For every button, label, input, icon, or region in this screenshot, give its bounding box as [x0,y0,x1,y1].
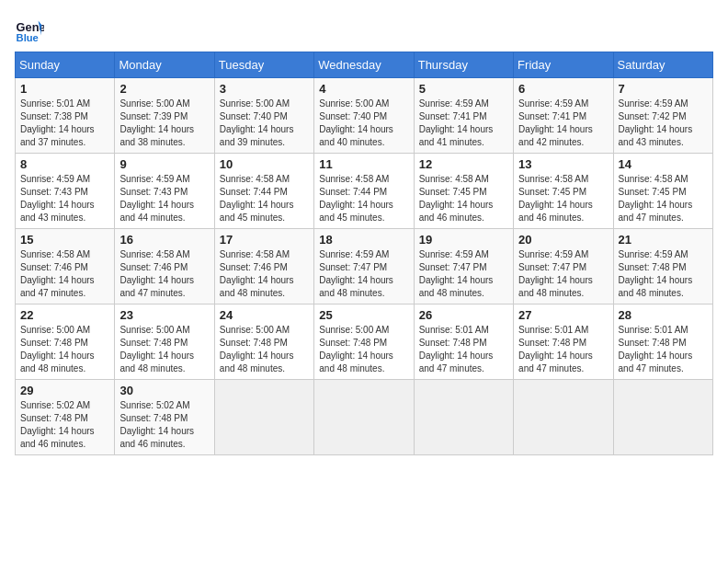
calendar-week-4: 29Sunrise: 5:02 AMSunset: 7:48 PMDayligh… [16,380,713,455]
day-header-monday: Monday [115,52,214,78]
day-info: Sunrise: 4:58 AMSunset: 7:46 PMDaylight:… [119,248,209,300]
calendar-cell: 21Sunrise: 4:59 AMSunset: 7:48 PMDayligh… [613,229,712,304]
calendar-cell: 18Sunrise: 4:59 AMSunset: 7:47 PMDayligh… [314,229,414,304]
day-info: Sunrise: 4:58 AMSunset: 7:44 PMDaylight:… [319,173,408,224]
day-number: 17 [220,233,309,247]
day-info: Sunrise: 5:00 AMSunset: 7:48 PMDaylight:… [20,324,109,375]
day-info: Sunrise: 4:58 AMSunset: 7:45 PMDaylight:… [518,173,608,224]
day-number: 11 [319,157,408,171]
calendar-cell: 25Sunrise: 5:00 AMSunset: 7:48 PMDayligh… [314,304,414,380]
day-number: 16 [119,233,209,247]
day-number: 21 [619,233,708,247]
day-number: 24 [220,308,309,322]
calendar-table: SundayMondayTuesdayWednesdayThursdayFrid… [15,52,713,455]
day-number: 30 [119,384,209,397]
calendar-header: General Blue [15,15,713,44]
calendar-cell: 20Sunrise: 4:59 AMSunset: 7:47 PMDayligh… [514,229,613,304]
calendar-cell: 16Sunrise: 4:58 AMSunset: 7:46 PMDayligh… [115,229,214,304]
day-info: Sunrise: 4:59 AMSunset: 7:43 PMDaylight:… [20,173,109,224]
calendar-cell [314,380,414,455]
day-header-thursday: Thursday [414,52,513,78]
calendar-week-0: 1Sunrise: 5:01 AMSunset: 7:38 PMDaylight… [16,78,713,154]
svg-text:Blue: Blue [17,32,39,43]
calendar-cell: 26Sunrise: 5:01 AMSunset: 7:48 PMDayligh… [414,304,513,380]
day-info: Sunrise: 4:59 AMSunset: 7:41 PMDaylight:… [518,98,608,149]
calendar-cell: 13Sunrise: 4:58 AMSunset: 7:45 PMDayligh… [514,154,613,229]
day-info: Sunrise: 4:58 AMSunset: 7:46 PMDaylight:… [20,248,109,300]
day-info: Sunrise: 5:02 AMSunset: 7:48 PMDaylight:… [20,399,109,451]
day-header-wednesday: Wednesday [314,52,414,78]
calendar-cell: 5Sunrise: 4:59 AMSunset: 7:41 PMDaylight… [414,78,513,154]
calendar-cell: 6Sunrise: 4:59 AMSunset: 7:41 PMDaylight… [514,78,613,154]
calendar-cell: 30Sunrise: 5:02 AMSunset: 7:48 PMDayligh… [115,380,214,455]
day-info: Sunrise: 4:59 AMSunset: 7:47 PMDaylight:… [319,248,408,300]
calendar-cell: 14Sunrise: 4:58 AMSunset: 7:45 PMDayligh… [613,154,712,229]
day-info: Sunrise: 5:00 AMSunset: 7:40 PMDaylight:… [319,98,408,149]
day-number: 2 [119,82,209,96]
day-number: 9 [119,157,209,171]
day-number: 15 [20,233,109,247]
calendar-cell: 28Sunrise: 5:01 AMSunset: 7:48 PMDayligh… [613,304,712,380]
day-info: Sunrise: 4:59 AMSunset: 7:42 PMDaylight:… [619,98,708,149]
calendar-cell: 19Sunrise: 4:59 AMSunset: 7:47 PMDayligh… [414,229,513,304]
day-info: Sunrise: 5:01 AMSunset: 7:48 PMDaylight:… [619,324,708,375]
day-number: 22 [20,308,109,322]
calendar-cell: 1Sunrise: 5:01 AMSunset: 7:38 PMDaylight… [16,78,115,154]
day-number: 10 [220,157,309,171]
calendar-cell: 9Sunrise: 4:59 AMSunset: 7:43 PMDaylight… [115,154,214,229]
calendar-cell: 3Sunrise: 5:00 AMSunset: 7:40 PMDaylight… [214,78,313,154]
calendar-cell: 4Sunrise: 5:00 AMSunset: 7:40 PMDaylight… [314,78,414,154]
day-info: Sunrise: 5:00 AMSunset: 7:48 PMDaylight:… [319,324,408,375]
day-number: 27 [518,308,608,322]
day-info: Sunrise: 4:59 AMSunset: 7:47 PMDaylight:… [518,248,608,300]
calendar-cell [214,380,313,455]
calendar-cell: 2Sunrise: 5:00 AMSunset: 7:39 PMDaylight… [115,78,214,154]
day-info: Sunrise: 5:00 AMSunset: 7:48 PMDaylight:… [220,324,309,375]
day-info: Sunrise: 4:58 AMSunset: 7:45 PMDaylight:… [619,173,708,224]
day-number: 1 [20,82,109,96]
calendar-week-3: 22Sunrise: 5:00 AMSunset: 7:48 PMDayligh… [16,304,713,380]
calendar-cell: 11Sunrise: 4:58 AMSunset: 7:44 PMDayligh… [314,154,414,229]
calendar-cell: 17Sunrise: 4:58 AMSunset: 7:46 PMDayligh… [214,229,313,304]
day-info: Sunrise: 5:01 AMSunset: 7:48 PMDaylight:… [518,324,608,375]
day-number: 4 [319,82,408,96]
day-number: 28 [619,308,708,322]
day-info: Sunrise: 4:59 AMSunset: 7:47 PMDaylight:… [419,248,508,300]
day-headers-row: SundayMondayTuesdayWednesdayThursdayFrid… [16,52,713,78]
day-number: 12 [419,157,508,171]
day-number: 20 [518,233,608,247]
logo: General Blue [15,15,44,44]
calendar-cell: 7Sunrise: 4:59 AMSunset: 7:42 PMDaylight… [613,78,712,154]
calendar-cell: 23Sunrise: 5:00 AMSunset: 7:48 PMDayligh… [115,304,214,380]
day-info: Sunrise: 5:01 AMSunset: 7:38 PMDaylight:… [20,98,109,149]
day-info: Sunrise: 5:00 AMSunset: 7:39 PMDaylight:… [119,98,209,149]
day-header-sunday: Sunday [16,52,115,78]
day-info: Sunrise: 5:02 AMSunset: 7:48 PMDaylight:… [119,399,209,451]
day-header-saturday: Saturday [613,52,712,78]
calendar-cell [414,380,513,455]
day-number: 13 [518,157,608,171]
day-number: 26 [419,308,508,322]
day-number: 19 [419,233,508,247]
day-header-tuesday: Tuesday [214,52,313,78]
calendar-cell: 10Sunrise: 4:58 AMSunset: 7:44 PMDayligh… [214,154,313,229]
day-info: Sunrise: 4:58 AMSunset: 7:44 PMDaylight:… [220,173,309,224]
day-number: 3 [220,82,309,96]
day-info: Sunrise: 5:00 AMSunset: 7:40 PMDaylight:… [220,98,309,149]
calendar-cell: 29Sunrise: 5:02 AMSunset: 7:48 PMDayligh… [16,380,115,455]
calendar-cell: 27Sunrise: 5:01 AMSunset: 7:48 PMDayligh… [514,304,613,380]
calendar-cell: 15Sunrise: 4:58 AMSunset: 7:46 PMDayligh… [16,229,115,304]
day-number: 6 [518,82,608,96]
day-info: Sunrise: 4:59 AMSunset: 7:48 PMDaylight:… [619,248,708,300]
calendar-cell: 22Sunrise: 5:00 AMSunset: 7:48 PMDayligh… [16,304,115,380]
calendar-cell: 24Sunrise: 5:00 AMSunset: 7:48 PMDayligh… [214,304,313,380]
day-number: 25 [319,308,408,322]
day-number: 23 [119,308,209,322]
day-number: 5 [419,82,508,96]
calendar-week-2: 15Sunrise: 4:58 AMSunset: 7:46 PMDayligh… [16,229,713,304]
calendar-cell: 8Sunrise: 4:59 AMSunset: 7:43 PMDaylight… [16,154,115,229]
day-number: 29 [20,384,109,397]
day-header-friday: Friday [514,52,613,78]
day-info: Sunrise: 4:59 AMSunset: 7:41 PMDaylight:… [419,98,508,149]
calendar-cell: 12Sunrise: 4:58 AMSunset: 7:45 PMDayligh… [414,154,513,229]
